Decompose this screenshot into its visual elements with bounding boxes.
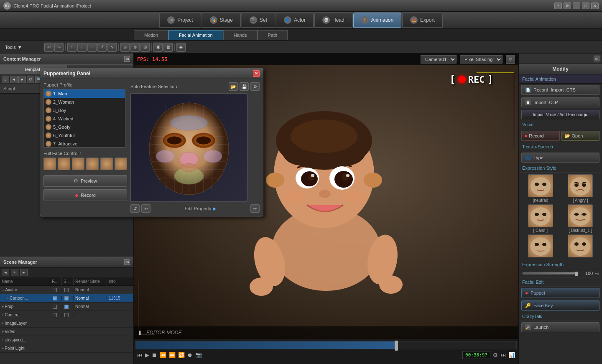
sm-prev-button[interactable]: ◄ (2, 269, 9, 276)
tab-animation[interactable]: 🏃 Animation (353, 13, 401, 28)
content-manager-close[interactable]: ▭ (124, 56, 130, 62)
face-preset-1[interactable] (43, 158, 56, 170)
reset-button[interactable]: ↩ (141, 204, 150, 213)
camera-cb-f[interactable] (53, 313, 57, 317)
face-preset-5[interactable] (100, 158, 113, 170)
tl-camera-button[interactable]: 📷 (195, 352, 202, 358)
puppet-btn-rp[interactable]: ● Puppet (521, 288, 599, 298)
tl-play-button[interactable]: ▶ (145, 352, 149, 358)
expr-angry[interactable]: [ Angry ] (561, 174, 600, 203)
rotate-button[interactable]: ↺ (97, 43, 107, 52)
subnav-hands[interactable]: Hands (223, 30, 258, 40)
import-clp-button[interactable]: 📋 Import .CLP (521, 97, 599, 107)
cartoon-cb-s[interactable] (64, 296, 69, 300)
tl-record-button[interactable]: ⏺ (187, 352, 193, 358)
tools-menu[interactable]: Tools ▼ (2, 45, 43, 50)
scene-manager-close[interactable]: ▭ (124, 259, 130, 265)
close-button[interactable]: ✕ (591, 3, 599, 9)
pencil-button[interactable]: ✏ (250, 204, 260, 213)
puppet-item-2[interactable]: 2_Woman (44, 98, 125, 106)
avatar-cb-f[interactable] (53, 288, 57, 292)
tl-settings-button[interactable]: ⚙ (493, 352, 498, 358)
cm-back-button[interactable]: ◄ (10, 76, 18, 83)
undo-button[interactable]: ↩ (44, 43, 54, 52)
record-button[interactable]: ● Record (43, 189, 127, 201)
camera-select[interactable]: Camera01 (421, 55, 457, 64)
tl-stop-button[interactable]: ⏹ (152, 352, 157, 358)
timeline-thumb[interactable] (395, 341, 398, 351)
vocal-open-button[interactable]: 📂 Open (561, 131, 600, 141)
rp-close-button[interactable]: ▭ (594, 56, 599, 61)
cartoon-cb-f[interactable] (53, 296, 57, 300)
tl-next-button[interactable]: ⏭ (500, 352, 506, 358)
tl-prev-button[interactable]: ⏮ (137, 352, 143, 358)
sm-row-video[interactable]: + Video (0, 328, 133, 336)
transform3-button[interactable]: ⊞ (140, 43, 150, 52)
launch-button[interactable]: 🚀 Launch (521, 322, 599, 332)
face-preset-2[interactable] (58, 158, 70, 170)
expr-calm[interactable]: [ Calm ] (521, 204, 560, 233)
puppet-item-6[interactable]: 6_Youthful (44, 131, 125, 140)
sm-row-avatar[interactable]: ─ Avatar Normal (0, 286, 133, 294)
face-preset-6[interactable] (115, 158, 127, 170)
shading-select[interactable]: Pixel Shading (460, 55, 503, 64)
cm-refresh-button[interactable]: ↺ (27, 76, 34, 83)
tl-loop-button[interactable]: 🔁 (178, 352, 185, 358)
puppet-item-1[interactable]: 1_Man (44, 89, 125, 98)
solo-save-button[interactable]: 💾 (240, 82, 249, 91)
cm-home-button[interactable]: ⌂ (2, 76, 9, 83)
subnav-path[interactable]: Path (258, 30, 288, 40)
sm-row-camera[interactable]: + Camera (0, 311, 133, 319)
avatar-cb-s[interactable] (64, 288, 69, 292)
scale-button[interactable]: ⤡ (107, 43, 117, 52)
move-up-button[interactable]: ↑ (67, 43, 77, 52)
sm-row-prop[interactable]: + Prop Normal (0, 303, 133, 311)
cm-forward-button[interactable]: ► (18, 76, 26, 83)
view2-button[interactable]: ▦ (163, 43, 173, 52)
tl-skip-next-button[interactable]: ⏩ (169, 352, 176, 358)
preview-button[interactable]: ⚙ Preview (43, 175, 127, 187)
prop-cb-s[interactable] (64, 305, 69, 309)
tab-set[interactable]: 🎬 Set (242, 13, 275, 28)
viewport-settings-button[interactable]: ▽ (506, 55, 515, 64)
add-button[interactable]: + (87, 43, 97, 52)
rotate-left-button[interactable]: ↺ (130, 204, 140, 213)
puppet-item-3[interactable]: 3_Boy (44, 106, 125, 115)
render-button[interactable]: ◈ (176, 43, 186, 52)
tl-skip-prev-button[interactable]: ⏪ (160, 352, 166, 358)
type-button[interactable]: T Type (521, 153, 599, 163)
sm-row-pointlight[interactable]: + Point Light (0, 344, 133, 353)
tl-end-button[interactable]: 📊 (508, 352, 515, 358)
sm-next-button[interactable]: ► (20, 269, 28, 276)
vocal-record-button[interactable]: ● Record (521, 131, 560, 141)
tab-actor[interactable]: 👤 Actor (276, 13, 314, 28)
expr-6[interactable] (561, 234, 600, 258)
puppet-close-button[interactable]: ✕ (253, 70, 260, 77)
pause-button[interactable]: ⏸ (137, 329, 143, 336)
move-down-button[interactable]: ↓ (77, 43, 87, 52)
expr-5[interactable] (521, 234, 560, 258)
sm-row-cartoon[interactable]: + Cartoon... Normal 11315 (0, 294, 133, 303)
puppet-item-5[interactable]: 5_Goofy (44, 123, 125, 131)
expr-neutral[interactable]: (neutral) (521, 174, 560, 203)
tab-project[interactable]: 🗂 Project (159, 13, 201, 28)
puppet-item-4[interactable]: 4_Wicked (44, 115, 125, 123)
strength-slider[interactable] (522, 272, 579, 275)
prop-cb-f[interactable] (53, 305, 57, 309)
sm-add-button[interactable]: + (11, 269, 18, 276)
settings-button[interactable]: ⚙ (564, 3, 571, 9)
tab-head[interactable]: 💀 Head (314, 13, 352, 28)
minimize-button[interactable]: ─ (573, 3, 580, 9)
subnav-facial[interactable]: Facial Animation (168, 30, 223, 40)
camera-cb-s[interactable] (64, 313, 69, 317)
expr-distrust[interactable]: [ Distrust_1 ] (561, 204, 600, 233)
facekey-btn-rp[interactable]: 🔑 Face Key (521, 300, 599, 311)
timeline-track[interactable] (135, 341, 517, 349)
sm-row-dirspot[interactable]: + Dir./Spot Li... (0, 336, 133, 344)
solo-folder-button[interactable]: 📂 (229, 82, 238, 91)
redo-button[interactable]: ↪ (54, 43, 64, 52)
tab-stage[interactable]: 🎭 Stage (202, 13, 241, 28)
view1-button[interactable]: ▣ (153, 43, 163, 52)
import-cts-button[interactable]: 📄 Record Import .CTS (521, 85, 599, 95)
face-preset-4[interactable] (86, 158, 99, 170)
